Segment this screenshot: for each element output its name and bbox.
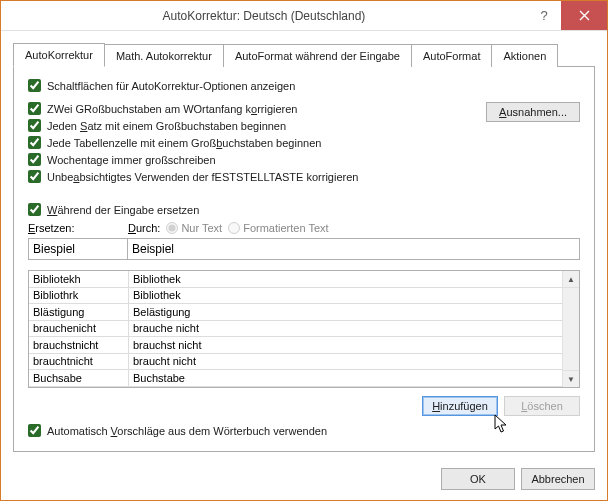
weekdays-checkbox[interactable] [28, 153, 41, 166]
list-item[interactable]: BlästigungBelästigung [29, 304, 562, 321]
with-label: Durch: [128, 222, 160, 234]
show-buttons-label: Schaltflächen für AutoKorrektur-Optionen… [47, 80, 295, 92]
formatted-text-radio-group: Formatierten Text [228, 222, 328, 234]
titlebar: AutoKorrektur: Deutsch (Deutschland) ? [1, 1, 607, 31]
tab-actions[interactable]: Aktionen [491, 44, 558, 67]
replace-label: Ersetzen: [28, 222, 128, 234]
cap-cell-label: Jede Tabellenzelle mit einem Großbuchsta… [47, 137, 321, 149]
tab-autoformat-typing[interactable]: AutoFormat während der Eingabe [223, 44, 412, 67]
plain-text-radio[interactable] [166, 222, 178, 234]
auto-dict-label: Automatisch Vorschläge aus dem Wörterbuc… [47, 425, 327, 437]
tab-math[interactable]: Math. Autokorrektur [104, 44, 224, 67]
ok-button[interactable]: OK [441, 468, 515, 490]
list-item[interactable]: BibliotekhBibliothek [29, 271, 562, 288]
two-caps-label: ZWei GRoßbuchstaben am WOrtanfang korrig… [47, 103, 297, 115]
with-input[interactable] [127, 238, 580, 260]
cap-cell-checkbox[interactable] [28, 136, 41, 149]
replace-input[interactable] [28, 238, 128, 260]
formatted-text-radio[interactable] [228, 222, 240, 234]
cancel-button[interactable]: Abbrechen [521, 468, 595, 490]
two-caps-checkbox[interactable] [28, 102, 41, 115]
tab-autokorrektur[interactable]: AutoKorrektur [13, 43, 105, 67]
help-button[interactable]: ? [527, 1, 561, 30]
cap-sentence-checkbox[interactable] [28, 119, 41, 132]
scroll-up-icon[interactable]: ▲ [563, 271, 579, 288]
replace-typing-checkbox[interactable] [28, 203, 41, 216]
cap-sentence-label: Jeden Satz mit einem Großbuchstaben begi… [47, 120, 286, 132]
list-item[interactable]: brauchtnichtbraucht nicht [29, 354, 562, 371]
formatted-text-label: Formatierten Text [243, 222, 328, 234]
exceptions-button[interactable]: Ausnahmen... [486, 102, 580, 122]
weekdays-label: Wochentage immer großschreiben [47, 154, 216, 166]
tab-autoformat[interactable]: AutoFormat [411, 44, 492, 67]
list-item[interactable]: brauchstnichtbrauchst nicht [29, 337, 562, 354]
close-button[interactable] [561, 1, 607, 30]
autocorrect-dialog: AutoKorrektur: Deutsch (Deutschland) ? A… [0, 0, 608, 501]
tab-bar: AutoKorrektur Math. Autokorrektur AutoFo… [13, 43, 595, 67]
plain-text-label: Nur Text [181, 222, 222, 234]
scroll-down-icon[interactable]: ▼ [563, 370, 579, 387]
scrollbar[interactable]: ▲ ▼ [562, 271, 579, 387]
show-buttons-checkbox[interactable] [28, 79, 41, 92]
plain-text-radio-group: Nur Text [166, 222, 222, 234]
list-item[interactable]: BuchsabeBuchstabe [29, 370, 562, 387]
autokorrektur-panel: Schaltflächen für AutoKorrektur-Optionen… [13, 67, 595, 452]
list-item[interactable]: BibliothrkBibliothek [29, 288, 562, 305]
auto-dict-checkbox[interactable] [28, 424, 41, 437]
capslock-label: Unbeabsichtigtes Verwenden der fESTSTELL… [47, 171, 358, 183]
window-title: AutoKorrektur: Deutsch (Deutschland) [1, 9, 527, 23]
capslock-checkbox[interactable] [28, 170, 41, 183]
replace-typing-label: Während der Eingabe ersetzen [47, 204, 199, 216]
add-button[interactable]: Hinzufügen [422, 396, 498, 416]
delete-button[interactable]: Löschen [504, 396, 580, 416]
list-item[interactable]: brauchenichtbrauche nicht [29, 321, 562, 338]
replacement-list[interactable]: BibliotekhBibliothekBibliothrkBibliothek… [28, 270, 580, 388]
